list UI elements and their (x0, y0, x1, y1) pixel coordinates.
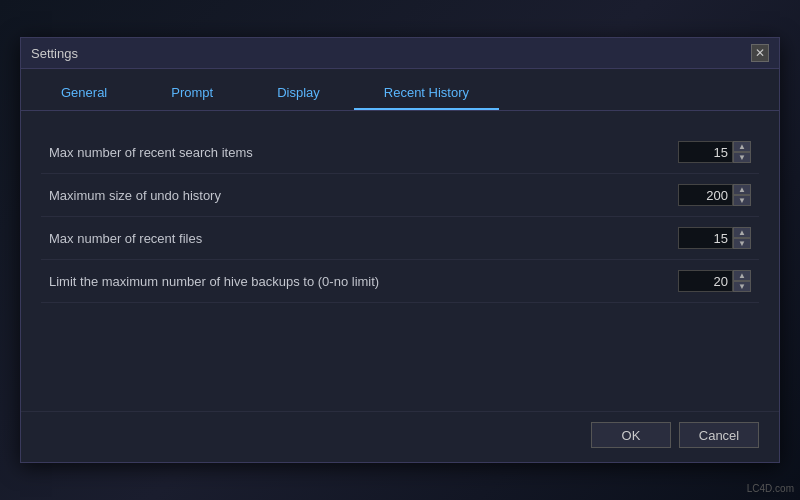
tab-bar: General Prompt Display Recent History (21, 69, 779, 111)
spinner-btns-recent-files: ▲ ▼ (733, 227, 751, 249)
setting-label-search-items: Max number of recent search items (49, 145, 253, 160)
spinner-btns-undo-history: ▲ ▼ (733, 184, 751, 206)
ok-button[interactable]: OK (591, 422, 671, 448)
spinner-recent-files: ▲ ▼ (678, 227, 751, 249)
title-bar: Settings ✕ (21, 38, 779, 69)
spinner-up-undo-history[interactable]: ▲ (733, 184, 751, 195)
spinner-down-hive-backups[interactable]: ▼ (733, 281, 751, 292)
spinner-hive-backups: ▲ ▼ (678, 270, 751, 292)
tab-recent-history[interactable]: Recent History (354, 77, 499, 110)
setting-label-undo-history: Maximum size of undo history (49, 188, 221, 203)
spinner-undo-history: ▲ ▼ (678, 184, 751, 206)
cancel-button[interactable]: Cancel (679, 422, 759, 448)
watermark-label: LC4D.com (747, 483, 794, 494)
spinner-up-hive-backups[interactable]: ▲ (733, 270, 751, 281)
tab-general[interactable]: General (31, 77, 137, 110)
setting-label-hive-backups: Limit the maximum number of hive backups… (49, 274, 379, 289)
spinner-down-search-items[interactable]: ▼ (733, 152, 751, 163)
setting-row-hive-backups: Limit the maximum number of hive backups… (41, 260, 759, 303)
dialog-title: Settings (31, 46, 78, 61)
settings-dialog: Settings ✕ General Prompt Display Recent… (20, 37, 780, 463)
spinner-down-undo-history[interactable]: ▼ (733, 195, 751, 206)
spinner-input-undo-history[interactable] (678, 184, 733, 206)
spinner-input-hive-backups[interactable] (678, 270, 733, 292)
setting-label-recent-files: Max number of recent files (49, 231, 202, 246)
spinner-search-items: ▲ ▼ (678, 141, 751, 163)
spinner-input-search-items[interactable] (678, 141, 733, 163)
settings-content: Max number of recent search items ▲ ▼ Ma… (21, 111, 779, 411)
spinner-down-recent-files[interactable]: ▼ (733, 238, 751, 249)
spinner-up-recent-files[interactable]: ▲ (733, 227, 751, 238)
dialog-footer: OK Cancel (21, 411, 779, 462)
tab-prompt[interactable]: Prompt (141, 77, 243, 110)
setting-row-recent-files: Max number of recent files ▲ ▼ (41, 217, 759, 260)
spinner-input-recent-files[interactable] (678, 227, 733, 249)
outer-background: Settings ✕ General Prompt Display Recent… (0, 0, 800, 500)
tab-display[interactable]: Display (247, 77, 350, 110)
spinner-up-search-items[interactable]: ▲ (733, 141, 751, 152)
spinner-btns-hive-backups: ▲ ▼ (733, 270, 751, 292)
close-button[interactable]: ✕ (751, 44, 769, 62)
setting-row-search-items: Max number of recent search items ▲ ▼ (41, 131, 759, 174)
setting-row-undo-history: Maximum size of undo history ▲ ▼ (41, 174, 759, 217)
spinner-btns-search-items: ▲ ▼ (733, 141, 751, 163)
